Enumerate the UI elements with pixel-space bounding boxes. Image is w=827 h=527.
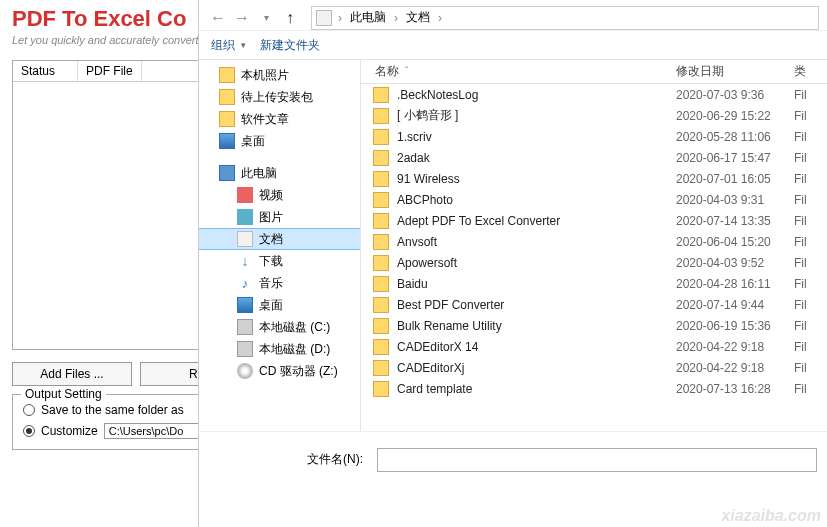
folder-icon — [373, 234, 389, 250]
file-row[interactable]: Anvsoft2020-06-04 15:20Fil — [361, 231, 827, 252]
video-icon — [237, 187, 253, 203]
col-header-type[interactable]: 类 — [794, 63, 827, 80]
file-name: 91 Wireless — [397, 172, 676, 186]
tree-item[interactable]: ↓下载 — [199, 250, 360, 272]
radio-save-same[interactable] — [23, 404, 35, 416]
tree-item[interactable]: 本机照片 — [199, 64, 360, 86]
doc-icon — [316, 10, 332, 26]
chevron-right-icon[interactable]: › — [390, 11, 402, 25]
radio-customize[interactable] — [23, 425, 35, 437]
file-type: Fil — [794, 214, 807, 228]
tree-item[interactable]: ♪音乐 — [199, 272, 360, 294]
folder-icon — [219, 67, 235, 83]
arrow-right-icon: → — [234, 9, 250, 27]
file-type: Fil — [794, 235, 807, 249]
file-name: Baidu — [397, 277, 676, 291]
filename-label: 文件名(N): — [209, 451, 369, 468]
col-pdf-file[interactable]: PDF File — [78, 61, 142, 81]
file-type: Fil — [794, 151, 807, 165]
file-row[interactable]: ABCPhoto2020-04-03 9:31Fil — [361, 189, 827, 210]
file-type: Fil — [794, 382, 807, 396]
file-row[interactable]: Apowersoft2020-04-03 9:52Fil — [361, 252, 827, 273]
tree-item-label: 本地磁盘 (D:) — [259, 341, 330, 358]
file-name: Anvsoft — [397, 235, 676, 249]
file-date: 2020-07-14 9:44 — [676, 298, 794, 312]
chevron-right-icon[interactable]: › — [434, 11, 446, 25]
file-row[interactable]: .BeckNotesLog2020-07-03 9:36Fil — [361, 84, 827, 105]
tree-item-label: 图片 — [259, 209, 283, 226]
tree-item-label: 待上传安装包 — [241, 89, 313, 106]
nav-back-button[interactable]: ← — [207, 7, 229, 29]
file-type: Fil — [794, 109, 807, 123]
file-name: Bulk Rename Utility — [397, 319, 676, 333]
file-row[interactable]: CADEditorXj2020-04-22 9:18Fil — [361, 357, 827, 378]
cd-icon — [237, 363, 253, 379]
file-date: 2020-06-17 15:47 — [676, 151, 794, 165]
tree-item-label: CD 驱动器 (Z:) — [259, 363, 338, 380]
file-rows[interactable]: .BeckNotesLog2020-07-03 9:36Fil[ 小鹤音形 ]2… — [361, 84, 827, 431]
file-date: 2020-06-04 15:20 — [676, 235, 794, 249]
tree-item[interactable]: 此电脑 — [199, 162, 360, 184]
file-name: CADEditorX 14 — [397, 340, 676, 354]
breadcrumb[interactable]: › 此电脑 › 文档 › — [311, 6, 819, 30]
folder-icon — [373, 297, 389, 313]
breadcrumb-item-pc[interactable]: 此电脑 — [348, 9, 388, 26]
breadcrumb-item-docs[interactable]: 文档 — [404, 9, 432, 26]
desktop-icon — [237, 297, 253, 313]
tree-item[interactable]: 桌面 — [199, 294, 360, 316]
tree-item[interactable]: 图片 — [199, 206, 360, 228]
col-header-name[interactable]: 名称 — [361, 63, 676, 80]
tree-item-label: 软件文章 — [241, 111, 289, 128]
output-legend: Output Setting — [21, 387, 106, 401]
music-icon: ♪ — [237, 275, 253, 291]
folder-icon — [373, 360, 389, 376]
filename-input[interactable] — [377, 448, 817, 472]
tree-item[interactable]: 本地磁盘 (C:) — [199, 316, 360, 338]
file-type: Fil — [794, 88, 807, 102]
folder-icon — [373, 87, 389, 103]
file-date: 2020-07-01 16:05 — [676, 172, 794, 186]
folder-icon — [219, 89, 235, 105]
tree-item[interactable]: 待上传安装包 — [199, 86, 360, 108]
col-status[interactable]: Status — [13, 61, 78, 81]
disk-icon — [237, 341, 253, 357]
file-row[interactable]: CADEditorX 142020-04-22 9:18Fil — [361, 336, 827, 357]
file-name: [ 小鹤音形 ] — [397, 107, 676, 124]
tree-item[interactable]: 本地磁盘 (D:) — [199, 338, 360, 360]
file-name: .BeckNotesLog — [397, 88, 676, 102]
docs-icon — [237, 231, 253, 247]
sidebar-tree[interactable]: 本机照片待上传安装包软件文章桌面此电脑视频图片文档↓下载♪音乐桌面本地磁盘 (C… — [199, 60, 361, 431]
tree-item[interactable]: CD 驱动器 (Z:) — [199, 360, 360, 382]
file-date: 2020-04-03 9:52 — [676, 256, 794, 270]
file-row[interactable]: 91 Wireless2020-07-01 16:05Fil — [361, 168, 827, 189]
tree-item[interactable]: 文档 — [199, 228, 360, 250]
file-row[interactable]: [ 小鹤音形 ]2020-06-29 15:22Fil — [361, 105, 827, 126]
tree-item[interactable]: 软件文章 — [199, 108, 360, 130]
col-header-date[interactable]: 修改日期 — [676, 63, 794, 80]
file-date: 2020-07-13 16:28 — [676, 382, 794, 396]
nav-up-button[interactable]: ↑ — [279, 7, 301, 29]
add-files-button[interactable]: Add Files ... — [12, 362, 132, 386]
file-name: Apowersoft — [397, 256, 676, 270]
file-row[interactable]: 1.scriv2020-05-28 11:06Fil — [361, 126, 827, 147]
file-row[interactable]: 2adak2020-06-17 15:47Fil — [361, 147, 827, 168]
file-list: 名称 修改日期 类 .BeckNotesLog2020-07-03 9:36Fi… — [361, 60, 827, 431]
file-row[interactable]: Baidu2020-04-28 16:11Fil — [361, 273, 827, 294]
file-row[interactable]: Adept PDF To Excel Converter2020-07-14 1… — [361, 210, 827, 231]
file-date: 2020-04-22 9:18 — [676, 340, 794, 354]
nav-recent-button[interactable]: ▾ — [255, 7, 277, 29]
file-type: Fil — [794, 298, 807, 312]
file-row[interactable]: Bulk Rename Utility2020-06-19 15:36Fil — [361, 315, 827, 336]
file-row[interactable]: Card template2020-07-13 16:28Fil — [361, 378, 827, 399]
file-date: 2020-04-22 9:18 — [676, 361, 794, 375]
chevron-right-icon[interactable]: › — [334, 11, 346, 25]
folder-icon — [373, 318, 389, 334]
customize-path-input[interactable] — [104, 423, 199, 439]
new-folder-button[interactable]: 新建文件夹 — [260, 37, 320, 54]
tree-item-label: 音乐 — [259, 275, 283, 292]
organize-button[interactable]: 组织 — [211, 37, 246, 54]
tree-item[interactable]: 桌面 — [199, 130, 360, 152]
tree-item[interactable]: 视频 — [199, 184, 360, 206]
file-row[interactable]: Best PDF Converter2020-07-14 9:44Fil — [361, 294, 827, 315]
tree-item-label: 文档 — [259, 231, 283, 248]
